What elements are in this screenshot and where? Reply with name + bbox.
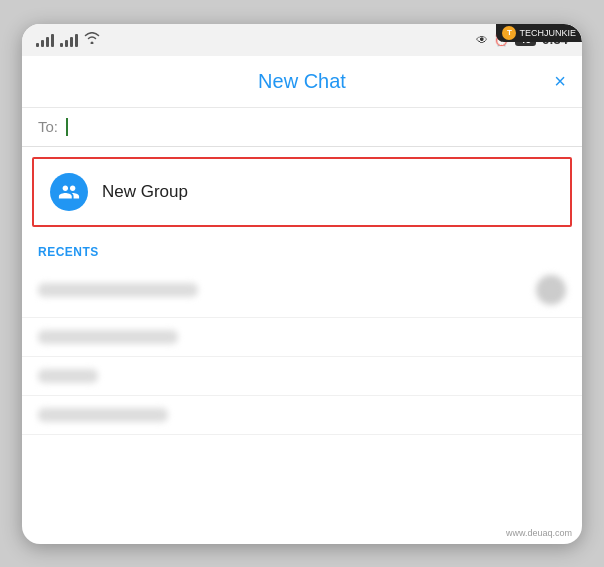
list-item[interactable]	[22, 396, 582, 435]
status-left	[36, 32, 100, 47]
recent-name	[38, 408, 168, 422]
page-title: New Chat	[258, 70, 346, 93]
eye-icon: 👁	[476, 33, 488, 47]
wifi-icon	[84, 32, 100, 47]
list-item[interactable]	[22, 357, 582, 396]
new-group-label: New Group	[102, 182, 188, 202]
list-item[interactable]	[22, 318, 582, 357]
group-icon-circle	[50, 173, 88, 211]
signal-bars-2	[60, 33, 78, 47]
recent-name	[38, 369, 98, 383]
to-field[interactable]: To:	[22, 108, 582, 147]
recent-name	[38, 283, 198, 297]
tj-icon: T	[502, 26, 516, 40]
text-cursor	[66, 118, 68, 136]
phone-frame: T TECHJUNKIE 👁 ⏰ 4	[22, 24, 582, 544]
avatar	[536, 275, 566, 305]
techjunkie-label: TECHJUNKIE	[519, 28, 576, 38]
close-button[interactable]: ×	[554, 71, 566, 91]
recents-header: RECENTS	[22, 237, 582, 263]
signal-bars-1	[36, 33, 54, 47]
list-item[interactable]	[22, 263, 582, 318]
app-header: New Chat ×	[22, 56, 582, 108]
group-icon	[58, 181, 80, 203]
recent-name	[38, 330, 178, 344]
to-label: To:	[38, 118, 58, 135]
recents-list	[22, 263, 582, 544]
watermark: www.deuaq.com	[506, 528, 572, 538]
techjunkie-badge: T TECHJUNKIE	[496, 24, 582, 42]
new-group-item[interactable]: New Group	[32, 157, 572, 227]
